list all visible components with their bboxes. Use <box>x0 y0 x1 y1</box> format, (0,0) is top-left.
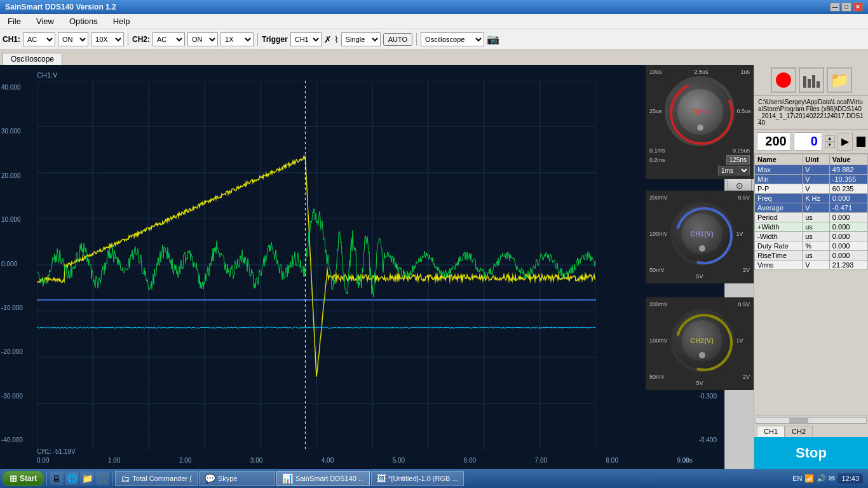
menu-view[interactable]: View <box>34 15 57 27</box>
table-row: Periodus0.000 <box>755 213 868 222</box>
table-row: AverageV-0.471 <box>755 203 868 213</box>
counter-value-2[interactable]: 0 <box>794 132 822 151</box>
right-side: 📁 C:\Users\Sergey\AppData\Local\VirtualS… <box>754 65 868 469</box>
table-row: MaxV49.882 <box>755 165 868 175</box>
scroll-row[interactable] <box>754 416 868 424</box>
trigger-ch-select[interactable]: CH1CH2 <box>290 32 322 46</box>
measurements-table: Name Uint Value MaxV49.882MinV-10.355P-P… <box>754 154 868 416</box>
network-icon: 📶 <box>804 474 814 483</box>
language-indicator: EN <box>792 475 802 482</box>
title-text: SainSmart DDS140 Version 1.2 <box>5 3 116 11</box>
untitled-label: *[Untitled]-1.0 (RGB ... <box>388 475 458 482</box>
menu-help[interactable]: Help <box>111 15 133 27</box>
ch1-coupling-select[interactable]: ACDCGND <box>23 32 55 46</box>
ch2-knob-label: CH2(V) <box>690 337 714 344</box>
scope-area: 40.000 30.000 20.000 10.000 0.000 -10.00… <box>0 65 724 469</box>
taskbar-total-commander[interactable]: 🗂 Total Commander ( <box>115 471 198 486</box>
oscilloscope-tab[interactable]: Oscilloscope <box>3 53 62 65</box>
time-knob-top-labels: 10us 2.5us 1us <box>649 69 750 75</box>
x-unit: ms <box>684 457 693 464</box>
start-label: Start <box>20 474 37 483</box>
time-knob-label: Time <box>691 107 709 116</box>
record-area: 📁 <box>754 65 868 96</box>
time-select[interactable]: 1ms500us <box>718 166 750 175</box>
bars-icon <box>803 72 820 88</box>
ch2-onoff-select[interactable]: ONOFF <box>187 32 218 46</box>
ch2-coupling-select[interactable]: ACDCGND <box>153 32 185 46</box>
x-labels: 0.00 1.00 2.00 3.00 4.00 5.00 6.00 7.00 … <box>37 457 689 464</box>
col-uint: Uint <box>803 154 830 165</box>
ch2-knob[interactable]: CH2(V) <box>670 309 734 372</box>
ch1-knob-panel: 200mV 0.5V 100mV CH1(V) 1V 50mV 2V 5V <box>646 191 754 283</box>
skype-label: Skype <box>218 475 238 482</box>
record-button[interactable] <box>771 67 796 93</box>
ie-btn[interactable]: 🌐 <box>65 471 79 485</box>
ch-tabs: CH1 CH2 <box>754 424 868 437</box>
trigger-mode-select[interactable]: SingleNormalAuto <box>341 32 381 46</box>
table-row: FreqK Hz0.000 <box>755 194 868 203</box>
toolbar: CH1: ACDCGND ONOFF 10X1X100X CH2: ACDCGN… <box>0 29 868 50</box>
spin-up-button[interactable]: ▲ <box>825 135 835 142</box>
tab-bar: Oscilloscope <box>0 50 868 65</box>
untitled-icon: 🖼 <box>377 473 386 484</box>
stop-button[interactable]: Stop <box>754 437 868 469</box>
ch2-knob-panel: 200mV 0.5V 100mV CH2(V) 1V 50mV 2V 5V <box>646 297 754 390</box>
trigger-label: Trigger <box>262 35 288 44</box>
skype-icon: 💬 <box>205 473 215 484</box>
minimize-button[interactable]: — <box>830 3 840 11</box>
show-desktop-btn[interactable]: 🖥 <box>50 471 64 485</box>
trigger-icon1[interactable]: ✗ <box>324 34 332 44</box>
close-button[interactable]: ✕ <box>853 3 863 11</box>
taskbar-untitled[interactable]: 🖼 *[Untitled]-1.0 (RGB ... <box>371 471 463 486</box>
table-row: VrmsV21.293 <box>755 261 868 270</box>
auto-button[interactable]: AUTO <box>383 33 412 46</box>
ch2-probe-select[interactable]: 1X10X100X <box>220 32 254 46</box>
taskbar-skype[interactable]: 💬 Skype <box>199 471 275 486</box>
speaker-icon: 🔊 <box>817 474 826 483</box>
mode-select[interactable]: OscilloscopeSpectrum <box>421 32 484 46</box>
table-header-row: Name Uint Value <box>755 154 868 165</box>
ch1-onoff-select[interactable]: ONOFF <box>58 32 88 46</box>
bars-button[interactable] <box>799 67 824 93</box>
quick-launch: 🖥 🌐 📁 🎵 <box>50 471 109 485</box>
ch2-tab[interactable]: CH2 <box>785 426 813 437</box>
email-icon: ✉ <box>829 474 835 483</box>
total-commander-icon: 🗂 <box>121 473 130 484</box>
menu-file[interactable]: File <box>5 15 24 27</box>
y-labels-left: 40.000 30.000 20.000 10.000 0.000 -10.00… <box>1 84 36 444</box>
media-btn[interactable]: 🎵 <box>95 471 109 485</box>
counter-spin: ▲ ▼ <box>825 135 835 148</box>
time-knob-panel: 10us 2.5us 1us 25us Time 0.5us 0.1ms 0.2… <box>646 65 754 179</box>
stop-square-icon <box>857 137 865 147</box>
ch1-tab[interactable]: CH1 <box>757 426 785 437</box>
windows-icon: ⊞ <box>10 473 17 484</box>
time-knob-row: 25us Time 0.5us <box>649 76 750 146</box>
trigger-icon2[interactable]: ⌇ <box>334 34 339 44</box>
ch1-label: CH1: <box>3 35 20 44</box>
table-row: P-PV60.235 <box>755 184 868 194</box>
start-button[interactable]: ⊞ Start <box>3 471 44 486</box>
title-bar-buttons: — □ ✕ <box>830 3 863 11</box>
scrollbar-thumb[interactable] <box>789 418 808 423</box>
menu-bar: File View Options Help <box>0 14 868 29</box>
ch1-knob[interactable]: CH1(V) <box>670 202 734 266</box>
ch1-probe-select[interactable]: 10X1X100X <box>91 32 124 46</box>
explorer-btn[interactable]: 📁 <box>80 471 94 485</box>
maximize-button[interactable]: □ <box>841 3 851 11</box>
folder-button[interactable]: 📁 <box>827 67 852 93</box>
play-button[interactable]: ▶ <box>837 133 853 151</box>
taskbar-dds140[interactable]: 📊 SainSmart DDS140 ... <box>276 471 370 486</box>
counter-value-1[interactable]: 200 <box>757 132 791 151</box>
time-knob[interactable]: Time <box>665 76 735 146</box>
spin-down-button[interactable]: ▼ <box>825 142 835 148</box>
menu-options[interactable]: Options <box>67 15 100 27</box>
scrollbar-track[interactable] <box>756 417 867 424</box>
ch1-knob-label: CH1(V) <box>690 230 714 238</box>
camera-icon[interactable]: 📷 <box>487 33 499 45</box>
scope-canvas[interactable] <box>37 81 596 449</box>
table-row: RiseTimeus0.000 <box>755 251 868 261</box>
col-value: Value <box>829 154 867 165</box>
meas-data-table: Name Uint Value MaxV49.882MinV-10.355P-P… <box>754 154 868 270</box>
title-bar: SainSmart DDS140 Version 1.2 — □ ✕ <box>0 0 868 14</box>
file-path: C:\Users\Sergey\AppData\Local\VirtualSto… <box>754 96 868 130</box>
